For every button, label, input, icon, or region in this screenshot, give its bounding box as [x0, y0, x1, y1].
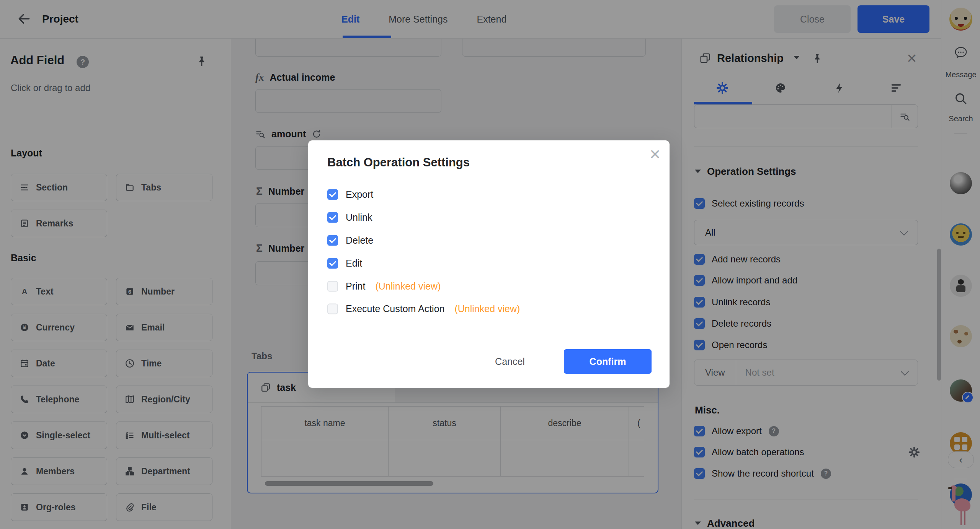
- export-option-row: Export: [327, 189, 373, 200]
- edit-option-row: Edit: [327, 258, 362, 269]
- option-label: Execute Custom Action: [346, 303, 444, 314]
- app-window: Project Edit More Settings Extend Close …: [0, 0, 980, 529]
- unlink-option-row: Unlink: [327, 212, 372, 223]
- edit-checkbox[interactable]: [327, 258, 338, 269]
- option-label: Edit: [346, 258, 362, 269]
- delete-checkbox[interactable]: [327, 235, 338, 246]
- option-label: Export: [346, 189, 373, 200]
- modal-title: Batch Operation Settings: [327, 156, 470, 169]
- confirm-button[interactable]: Confirm: [564, 349, 652, 374]
- close-icon[interactable]: ×: [650, 143, 660, 164]
- cancel-button[interactable]: Cancel: [487, 349, 533, 374]
- option-label: Delete: [346, 235, 373, 246]
- print-option-row: Print (Unlinked view): [327, 281, 441, 292]
- unlink-checkbox[interactable]: [327, 212, 338, 223]
- option-label: Print: [346, 281, 365, 292]
- option-label: Unlink: [346, 212, 372, 223]
- delete-option-row: Delete: [327, 235, 373, 246]
- execute-custom-action-checkbox[interactable]: [327, 303, 338, 314]
- execute-custom-action-row: Execute Custom Action (Unlinked view): [327, 303, 520, 314]
- unlinked-view-note: (Unlinked view): [454, 303, 520, 314]
- print-checkbox[interactable]: [327, 281, 338, 291]
- batch-operation-modal: Batch Operation Settings × Export Unlink…: [308, 140, 670, 388]
- unlinked-view-note: (Unlinked view): [375, 281, 441, 292]
- export-checkbox[interactable]: [327, 189, 338, 200]
